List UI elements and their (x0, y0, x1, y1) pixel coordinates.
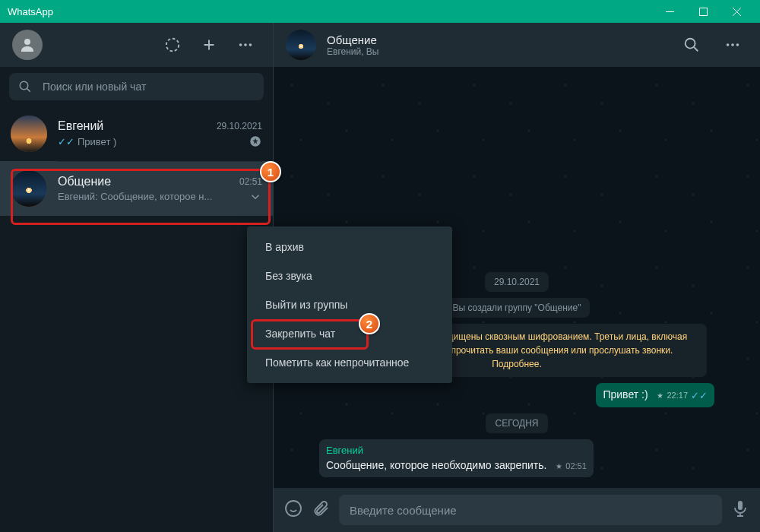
chat-avatar (11, 170, 47, 207)
chat-time: 29.10.2021 (217, 121, 262, 131)
search-icon (18, 80, 32, 93)
message-sender: Евгений (326, 444, 587, 458)
minimize-button[interactable] (654, 0, 686, 23)
svg-point-4 (244, 43, 247, 46)
emoji-icon[interactable] (284, 499, 302, 521)
message-text: Привет :) (603, 388, 648, 401)
svg-point-3 (239, 43, 242, 46)
svg-point-1 (24, 39, 30, 45)
chat-item-obschenie[interactable]: Общение 02:51 Евгений: Сообщение, которо… (0, 161, 273, 216)
chat-title: Общение (327, 33, 379, 46)
svg-point-6 (20, 81, 28, 90)
mic-icon[interactable] (731, 499, 749, 521)
system-message: Вы создали группу "Общение" (444, 298, 591, 318)
menu-item-mute[interactable]: Без звука (247, 261, 452, 290)
chat-preview: Привет ) (78, 136, 245, 147)
titlebar: WhatsApp (0, 0, 760, 23)
chat-list: Евгений 29.10.2021 ✓✓ Привет ) (0, 106, 273, 532)
chat-preview: Евгений: Сообщение, которое н... (58, 191, 245, 202)
star-icon: ★ (657, 391, 663, 401)
menu-icon[interactable] (230, 30, 261, 60)
group-avatar (286, 30, 316, 60)
context-menu: В архив Без звука Выйти из группы Закреп… (247, 226, 452, 383)
window-controls (654, 0, 752, 23)
read-check-icon: ✓✓ (691, 389, 708, 403)
menu-item-exit-group[interactable]: Выйти из группы (247, 290, 452, 319)
chevron-down-icon[interactable] (249, 190, 262, 204)
annotation-badge-2: 2 (359, 313, 380, 334)
sidebar: Евгений 29.10.2021 ✓✓ Привет ) (0, 23, 274, 532)
svg-point-2 (166, 39, 179, 52)
svg-point-12 (286, 501, 301, 516)
close-button[interactable] (720, 0, 752, 23)
maximize-button[interactable] (687, 0, 719, 23)
svg-rect-0 (699, 8, 707, 15)
message-input-wrap[interactable] (339, 495, 722, 525)
sidebar-header (0, 23, 273, 67)
chat-avatar (11, 116, 47, 152)
svg-point-8 (686, 39, 695, 49)
my-avatar[interactable] (12, 30, 43, 60)
date-chip: 29.10.2021 (485, 272, 549, 292)
new-chat-icon[interactable] (194, 30, 224, 60)
chat-name: Общение (58, 175, 233, 188)
message-input[interactable] (350, 504, 711, 517)
svg-point-9 (727, 43, 730, 46)
search-bar[interactable] (9, 73, 264, 100)
svg-point-5 (249, 43, 252, 46)
app-window: WhatsApp (0, 0, 760, 532)
menu-item-archive[interactable]: В архив (247, 233, 452, 261)
search-wrap (0, 67, 273, 106)
message-in[interactable]: Евгений Сообщение, которое необходимо за… (319, 439, 594, 477)
chat-subtitle: Евгений, Вы (327, 46, 379, 57)
chat-header[interactable]: Общение Евгений, Вы (274, 23, 760, 67)
read-check-icon: ✓✓ (58, 136, 74, 147)
date-chip: СЕГОДНЯ (486, 413, 547, 433)
menu-item-pin-chat[interactable]: Закрепить чат (247, 319, 452, 348)
svg-point-11 (736, 43, 739, 46)
attach-icon[interactable] (312, 499, 330, 521)
app-title: WhatsApp (8, 6, 53, 17)
message-time: 02:51 (565, 461, 587, 472)
composer (274, 488, 760, 532)
pin-icon (249, 135, 262, 148)
chat-name: Евгений (58, 119, 211, 133)
message-out[interactable]: Привет :) ★22:17✓✓ (596, 383, 714, 407)
status-icon[interactable] (157, 30, 188, 60)
search-input[interactable] (43, 81, 255, 93)
chat-item-evgeniy[interactable]: Евгений 29.10.2021 ✓✓ Привет ) (0, 106, 273, 161)
message-time: 22:17 (667, 390, 688, 401)
message-text: Сообщение, которое необходимо закрепить. (326, 459, 546, 471)
svg-point-10 (731, 43, 734, 46)
chat-time: 02:51 (239, 176, 262, 187)
star-icon: ★ (556, 461, 562, 472)
menu-item-mark-unread[interactable]: Пометить как непрочитанное (247, 348, 452, 377)
annotation-badge-1: 1 (260, 161, 281, 182)
header-menu-icon[interactable] (717, 30, 748, 60)
header-search-icon[interactable] (676, 30, 707, 60)
